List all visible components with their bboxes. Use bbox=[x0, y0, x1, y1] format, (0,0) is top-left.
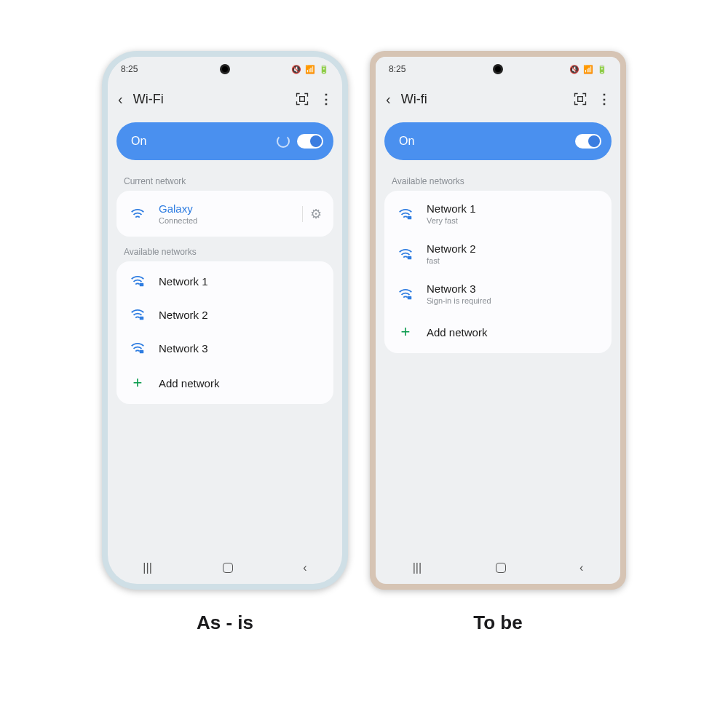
toggle-label: On bbox=[399, 135, 414, 148]
page-title: Wi-fi bbox=[401, 92, 563, 107]
network-name: Network 1 bbox=[159, 275, 322, 288]
battery-icon: 🔋 bbox=[597, 65, 607, 74]
svg-rect-5 bbox=[408, 215, 412, 219]
available-networks-card: Network 1 Very fast Network 2 fast bbox=[384, 191, 612, 353]
qr-scan-icon[interactable] bbox=[573, 92, 587, 106]
network-name: Galaxy bbox=[159, 202, 290, 215]
nav-bar: ||| ‹ bbox=[108, 552, 342, 584]
recents-icon[interactable]: ||| bbox=[413, 561, 422, 574]
screen-right: 8:25 🔇 📶 🔋 ‹ Wi-fi ⋮ On bbox=[376, 57, 620, 584]
available-networks-header: Available networks bbox=[376, 166, 620, 191]
mute-icon: 🔇 bbox=[291, 65, 301, 74]
network-name: Network 1 bbox=[427, 202, 600, 215]
svg-rect-3 bbox=[140, 350, 144, 354]
phone-to-be: 8:25 🔇 📶 🔋 ‹ Wi-fi ⋮ On bbox=[370, 51, 626, 590]
home-icon[interactable] bbox=[223, 563, 233, 573]
network-row[interactable]: Network 1 bbox=[116, 264, 333, 298]
app-bar: ‹ Wi-fi ⋮ bbox=[376, 82, 620, 116]
network-name: Network 3 bbox=[159, 342, 322, 355]
qr-scan-icon[interactable] bbox=[295, 92, 309, 106]
more-icon[interactable]: ⋮ bbox=[598, 91, 610, 107]
network-row[interactable]: Network 2 fast bbox=[384, 234, 612, 274]
front-camera bbox=[220, 64, 230, 74]
wifi-lock-icon bbox=[128, 340, 147, 356]
captions-row: As - is To be bbox=[102, 612, 626, 634]
mute-icon: 🔇 bbox=[569, 65, 579, 74]
recents-icon[interactable]: ||| bbox=[143, 561, 151, 574]
plus-icon: + bbox=[396, 323, 415, 341]
network-speed: fast bbox=[427, 256, 600, 265]
wifi-lock-icon bbox=[396, 286, 415, 302]
gear-icon[interactable]: ⚙ bbox=[302, 206, 322, 222]
signal-icon: 📶 bbox=[305, 65, 315, 74]
back-icon[interactable]: ‹ bbox=[386, 91, 391, 108]
page-title: Wi-Fi bbox=[133, 92, 285, 107]
wifi-lock-icon bbox=[128, 273, 147, 289]
network-name: Network 3 bbox=[427, 282, 600, 295]
wifi-lock-icon bbox=[396, 206, 415, 222]
svg-rect-7 bbox=[408, 296, 412, 299]
network-speed: Very fast bbox=[427, 216, 600, 225]
switch-on-icon[interactable] bbox=[297, 134, 323, 149]
home-icon[interactable] bbox=[496, 563, 506, 573]
available-networks-card: Network 1 Network 2 Network 3 + Add bbox=[116, 261, 333, 404]
status-time: 8:25 bbox=[389, 64, 405, 74]
status-time: 8:25 bbox=[121, 64, 138, 74]
network-row[interactable]: Network 3 bbox=[116, 331, 333, 365]
back-nav-icon[interactable]: ‹ bbox=[303, 561, 306, 574]
add-network-label: Add network bbox=[427, 326, 600, 339]
add-network-row[interactable]: + Add network bbox=[384, 314, 612, 350]
svg-rect-6 bbox=[408, 256, 412, 259]
app-bar: ‹ Wi-Fi ⋮ bbox=[108, 82, 342, 116]
network-name: Network 2 bbox=[427, 242, 600, 255]
svg-rect-1 bbox=[140, 283, 144, 287]
network-status: Sign-in is required bbox=[427, 296, 600, 305]
signal-icon: 📶 bbox=[583, 65, 593, 74]
current-network-header: Current network bbox=[108, 166, 342, 191]
switch-on-icon[interactable] bbox=[575, 134, 601, 149]
svg-rect-4 bbox=[578, 97, 583, 102]
battery-icon: 🔋 bbox=[319, 65, 329, 74]
status-icons: 🔇 📶 🔋 bbox=[569, 65, 607, 74]
network-row[interactable]: Network 2 bbox=[116, 298, 333, 331]
wifi-icon bbox=[128, 206, 147, 222]
add-network-label: Add network bbox=[159, 377, 322, 389]
network-row[interactable]: Network 3 Sign-in is required bbox=[384, 274, 612, 314]
svg-rect-2 bbox=[140, 317, 144, 320]
wifi-lock-icon bbox=[128, 306, 147, 323]
wifi-master-toggle[interactable]: On bbox=[116, 122, 333, 160]
network-row[interactable]: Network 1 Very fast bbox=[384, 194, 612, 234]
svg-rect-0 bbox=[300, 97, 305, 102]
add-network-row[interactable]: + Add network bbox=[116, 365, 333, 401]
back-icon[interactable]: ‹ bbox=[118, 91, 123, 108]
caption-as-is: As - is bbox=[102, 612, 348, 634]
more-icon[interactable]: ⋮ bbox=[320, 91, 332, 107]
available-networks-header: Available networks bbox=[108, 237, 342, 261]
front-camera bbox=[493, 64, 503, 74]
current-network-card: Galaxy Connected ⚙ bbox=[116, 191, 333, 237]
current-network-row[interactable]: Galaxy Connected ⚙ bbox=[116, 194, 333, 234]
status-icons: 🔇 📶 🔋 bbox=[291, 65, 329, 74]
back-nav-icon[interactable]: ‹ bbox=[579, 561, 583, 574]
wifi-master-toggle[interactable]: On bbox=[384, 122, 612, 160]
toggle-label: On bbox=[131, 135, 146, 148]
plus-icon: + bbox=[128, 373, 147, 392]
wifi-lock-icon bbox=[396, 246, 415, 262]
screen-left: 8:25 🔇 📶 🔋 ‹ Wi-Fi ⋮ On bbox=[108, 57, 342, 584]
phone-as-is: 8:25 🔇 📶 🔋 ‹ Wi-Fi ⋮ On bbox=[102, 51, 348, 590]
network-status: Connected bbox=[159, 216, 290, 225]
caption-to-be: To be bbox=[370, 612, 626, 634]
network-name: Network 2 bbox=[159, 309, 322, 321]
nav-bar: ||| ‹ bbox=[376, 552, 620, 584]
loading-spinner-icon bbox=[277, 135, 290, 148]
